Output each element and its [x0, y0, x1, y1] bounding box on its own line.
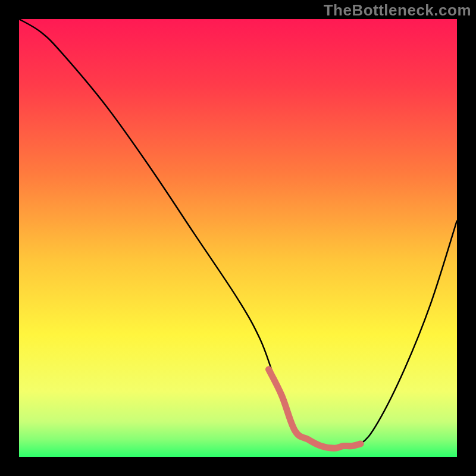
plot-area [19, 19, 457, 457]
watermark-text: TheBottleneck.com [324, 1, 471, 20]
bottleneck-chart [19, 19, 457, 457]
chart-container: TheBottleneck.com [0, 0, 476, 476]
gradient-background [19, 19, 457, 457]
